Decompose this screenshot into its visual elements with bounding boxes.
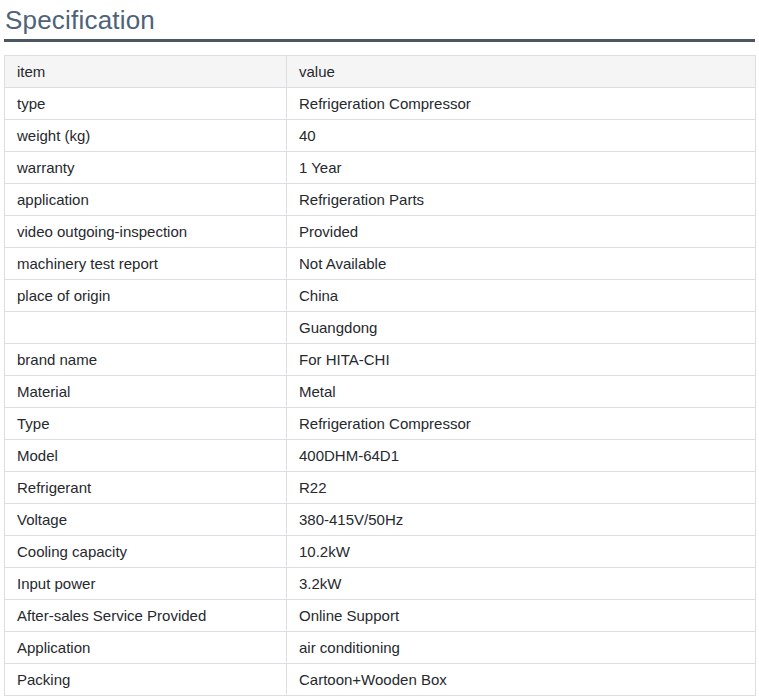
specification-page: Specification item value type Refrigerat… <box>0 0 759 698</box>
table-row: video outgoing-inspection Provided <box>5 216 756 248</box>
item-cell <box>5 312 287 344</box>
table-row: weight (kg) 40 <box>5 120 756 152</box>
table-row: Packing Cartoon+Wooden Box <box>5 664 756 696</box>
item-cell: warranty <box>5 152 287 184</box>
item-cell: After-sales Service Provided <box>5 600 287 632</box>
value-cell: Guangdong <box>287 312 756 344</box>
table-row: Model 400DHM-64D1 <box>5 440 756 472</box>
value-cell: Metal <box>287 376 756 408</box>
header-cell-value: value <box>287 56 756 88</box>
value-cell: 380-415V/50Hz <box>287 504 756 536</box>
item-cell: Material <box>5 376 287 408</box>
value-cell: 1 Year <box>287 152 756 184</box>
value-cell: air conditioning <box>287 632 756 664</box>
table-row: place of origin China <box>5 280 756 312</box>
item-cell: machinery test report <box>5 248 287 280</box>
value-cell: Refrigeration Parts <box>287 184 756 216</box>
item-cell: Input power <box>5 568 287 600</box>
value-cell: Not Available <box>287 248 756 280</box>
item-cell: weight (kg) <box>5 120 287 152</box>
item-cell: Application <box>5 632 287 664</box>
value-cell: Cartoon+Wooden Box <box>287 664 756 696</box>
table-row: Cooling capacity 10.2kW <box>5 536 756 568</box>
value-cell: For HITA-CHI <box>287 344 756 376</box>
item-cell: type <box>5 88 287 120</box>
item-cell: application <box>5 184 287 216</box>
value-cell: 40 <box>287 120 756 152</box>
value-cell: China <box>287 280 756 312</box>
table-row: After-sales Service Provided Online Supp… <box>5 600 756 632</box>
item-cell: Refrigerant <box>5 472 287 504</box>
item-cell: brand name <box>5 344 287 376</box>
item-cell: Cooling capacity <box>5 536 287 568</box>
table-header-row: item value <box>5 56 756 88</box>
table-row: Type Refrigeration Compressor <box>5 408 756 440</box>
spec-table-body: type Refrigeration Compressor weight (kg… <box>5 88 756 696</box>
table-row: application Refrigeration Parts <box>5 184 756 216</box>
table-row: Input power 3.2kW <box>5 568 756 600</box>
table-row: Refrigerant R22 <box>5 472 756 504</box>
item-cell: Type <box>5 408 287 440</box>
item-cell: video outgoing-inspection <box>5 216 287 248</box>
spec-table: item value type Refrigeration Compressor… <box>4 55 756 696</box>
table-row: Material Metal <box>5 376 756 408</box>
value-cell: 3.2kW <box>287 568 756 600</box>
item-cell: place of origin <box>5 280 287 312</box>
table-row: machinery test report Not Available <box>5 248 756 280</box>
value-cell: Refrigeration Compressor <box>287 408 756 440</box>
item-cell: Model <box>5 440 287 472</box>
table-row: Voltage 380-415V/50Hz <box>5 504 756 536</box>
item-cell: Packing <box>5 664 287 696</box>
header-cell-item: item <box>5 56 287 88</box>
table-row: warranty 1 Year <box>5 152 756 184</box>
value-cell: 10.2kW <box>287 536 756 568</box>
value-cell: R22 <box>287 472 756 504</box>
table-row: Guangdong <box>5 312 756 344</box>
value-cell: Online Support <box>287 600 756 632</box>
value-cell: 400DHM-64D1 <box>287 440 756 472</box>
table-row: brand name For HITA-CHI <box>5 344 756 376</box>
item-cell: Voltage <box>5 504 287 536</box>
value-cell: Refrigeration Compressor <box>287 88 756 120</box>
page-title: Specification <box>4 3 755 42</box>
table-row: Application air conditioning <box>5 632 756 664</box>
table-row: type Refrigeration Compressor <box>5 88 756 120</box>
value-cell: Provided <box>287 216 756 248</box>
